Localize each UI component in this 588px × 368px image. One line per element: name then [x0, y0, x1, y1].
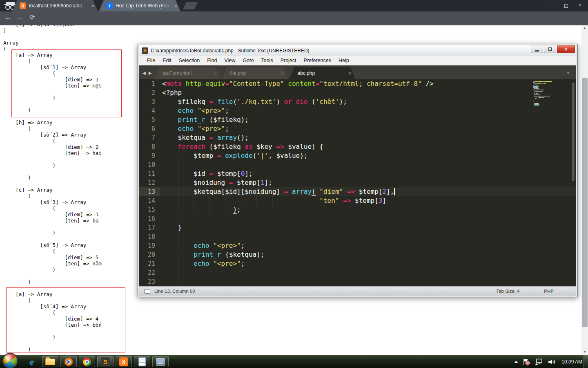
taskbar-windows-explorer[interactable]	[42, 356, 58, 367]
code-segment	[209, 260, 214, 267]
code-segment: 'chết'	[316, 98, 339, 105]
editor-tab-file.php[interactable]: file.php×	[222, 67, 288, 79]
network-icon[interactable]	[535, 358, 543, 366]
scroll-down-arrow[interactable]: ▼	[581, 349, 588, 355]
taskbar-notepad[interactable]	[134, 356, 150, 367]
code-text: echo "<pre>";	[160, 106, 576, 115]
menu-item-view[interactable]: View	[220, 58, 239, 63]
tab-scroll-left-icon[interactable]: ◀	[139, 71, 149, 79]
line-number: 17	[139, 223, 160, 232]
indent-guide	[209, 196, 210, 205]
code-segment: echo	[178, 125, 194, 132]
code-segment: (	[312, 188, 316, 196]
line-number: 19	[139, 241, 160, 250]
menu-item-edit[interactable]: Edit	[159, 58, 175, 63]
code-text	[160, 277, 576, 286]
line-number: 3	[139, 97, 160, 106]
menu-item-find[interactable]: Find	[203, 58, 220, 63]
code-segment: ;	[241, 260, 245, 267]
editor-tab-close-icon[interactable]: ×	[281, 70, 284, 76]
code-line-9: 9 $temp = explode('|', $value);	[139, 151, 576, 160]
code-segment: =	[229, 179, 233, 186]
minimap-line	[533, 91, 552, 92]
code-text: print_r ($filekq);	[160, 115, 576, 124]
code-segment: or	[284, 98, 292, 105]
minimap-line	[533, 94, 552, 95]
status-panel-icon[interactable]	[144, 289, 150, 294]
window-minimize-button[interactable]: –	[546, 1, 558, 9]
taskbar-media-player[interactable]	[60, 356, 77, 367]
reload-button[interactable]: ⟳	[27, 13, 38, 21]
line-number: 16	[139, 214, 160, 223]
code-segment: $value) {	[284, 143, 323, 150]
code-segment	[162, 206, 233, 213]
menu-item-project[interactable]: Project	[277, 58, 300, 63]
editor-tab-abc.php[interactable]: abc.php×	[289, 67, 355, 79]
code-segment: />	[422, 80, 434, 88]
action-center-flag-icon[interactable]	[522, 358, 530, 366]
code-segment: ;	[237, 206, 241, 213]
tab-close-icon[interactable]: ×	[91, 3, 95, 9]
menu-item-goto[interactable]: Goto	[239, 58, 257, 63]
scrollbar-thumb[interactable]	[582, 78, 588, 327]
sublime-title-bar[interactable]: S C:\xampp\htdocs\ToBoLo\doc\abc.php - S…	[139, 45, 576, 56]
browser-tab-1[interactable]: Xlocalhost:2609/tobolo/do×	[12, 0, 98, 11]
editor-tab-close-icon[interactable]: ×	[348, 70, 352, 76]
menu-item-file[interactable]: File	[143, 58, 159, 63]
line-number: 18	[139, 232, 160, 241]
code-text: echo "<pre>";	[160, 124, 576, 133]
menu-item-selection[interactable]: Selection	[175, 58, 203, 63]
tab-size-indicator[interactable]: Tab Size: 4	[496, 289, 519, 294]
tab-scroll-right-icon[interactable]: ▶	[149, 71, 155, 79]
desktop: { "glyphs": { "back": "←", "forward": "→…	[0, 0, 588, 368]
minimap-line	[533, 87, 552, 88]
menu-item-tools[interactable]: Tools	[257, 58, 276, 63]
taskbar-clock[interactable]: 10:09 AM	[561, 359, 582, 365]
code-line-8: 8 foreach ($filekq as $key => $value) {	[139, 142, 576, 151]
code-line-15: 15 );	[139, 205, 576, 214]
cursor-position: Line 13, Column 60	[154, 289, 195, 294]
scroll-up-arrow[interactable]: ▲	[581, 25, 588, 31]
code-text	[160, 214, 576, 223]
syntax-indicator[interactable]: PHP	[544, 289, 554, 294]
line-number: 12	[139, 178, 160, 187]
tab-close-icon[interactable]: ×	[174, 3, 177, 9]
taskbar-internet-explorer[interactable]: e	[24, 356, 40, 367]
menu-item-preferences[interactable]: Preferences	[300, 58, 335, 63]
sublime-maximize-button[interactable]	[544, 45, 556, 53]
window-restore-button[interactable]	[560, 1, 572, 9]
volume-icon[interactable]	[548, 358, 556, 366]
indent-guide	[194, 196, 194, 205]
sublime-minimize-button[interactable]	[531, 45, 543, 53]
code-segment: as	[245, 143, 252, 150]
editor-tab-close-icon[interactable]: ×	[214, 70, 217, 76]
back-button[interactable]: ←	[2, 13, 13, 22]
code-line-5: 5 print_r ($filekq);	[139, 115, 576, 124]
page-scrollbar[interactable]: ▲ ▼	[581, 25, 588, 355]
code-editor[interactable]: 1<meta http-equiv="Content-Type" content…	[139, 79, 576, 286]
window-close-button[interactable]: ×	[574, 1, 586, 9]
code-segment	[221, 152, 225, 159]
tab-overflow-icon[interactable]: ▼	[566, 70, 570, 75]
start-button[interactable]	[2, 353, 18, 368]
editor-scrollbar[interactable]	[572, 83, 575, 181]
taskbar-sublime-text[interactable]: S	[97, 356, 114, 367]
minimap[interactable]	[533, 81, 552, 109]
menu-item-help[interactable]: Help	[335, 58, 353, 63]
code-text: );	[160, 205, 576, 214]
new-tab-button[interactable]	[183, 2, 198, 9]
sublime-app-icon: S	[142, 47, 148, 54]
taskbar-app-window[interactable]	[152, 356, 169, 367]
code-segment	[162, 116, 178, 123]
taskbar-xampp[interactable]: X	[116, 356, 132, 367]
editor-tab-taoForm.html[interactable]: taoForm.html×	[154, 67, 220, 79]
show-desktop-button[interactable]	[584, 355, 588, 368]
taskbar: eSX 10:09 AM	[0, 355, 588, 368]
code-segment: $temp[	[355, 188, 382, 195]
sublime-close-button[interactable]: ×	[557, 45, 575, 53]
browser-tab-2[interactable]: fHọc Lập Trình Web (Free×	[99, 0, 180, 11]
code-segment: =	[209, 98, 214, 105]
taskbar-chrome[interactable]	[79, 356, 95, 367]
code-segment: $temp[	[351, 197, 378, 204]
tray-expand-icon[interactable]	[514, 361, 518, 363]
